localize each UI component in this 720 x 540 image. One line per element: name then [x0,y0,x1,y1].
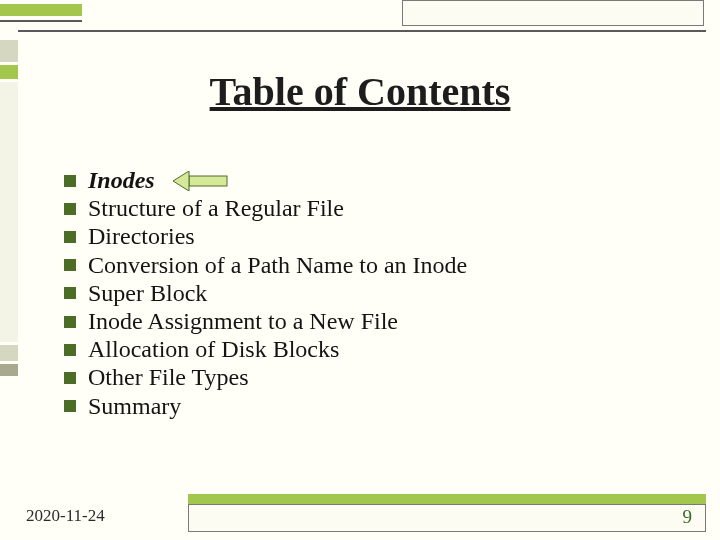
toc-item: Inode Assignment to a New File [64,309,680,334]
toc-item: Summary [64,394,680,419]
decor-footer-green [188,494,706,504]
bullet-icon [64,344,76,356]
toc-item: Super Block [64,281,680,306]
decor-horizontal-rule [18,30,706,32]
toc-item: Allocation of Disk Blocks [64,337,680,362]
decor-left-block [0,82,18,342]
svg-marker-1 [173,171,189,191]
toc-item: Other File Types [64,365,680,390]
bullet-icon [64,203,76,215]
decor-left-block [0,40,18,62]
slide-title: Table of Contents [0,68,720,115]
toc-item-label: Super Block [88,281,207,306]
bullet-icon [64,372,76,384]
decor-left-block [0,364,18,376]
toc-item: Structure of a Regular File [64,196,680,221]
bullet-icon [64,259,76,271]
slide-number: 9 [683,506,693,528]
svg-rect-0 [189,176,227,186]
bullet-icon [64,287,76,299]
toc-item-label: Directories [88,224,195,249]
toc-list: Inodes Structure of a Regular File Direc… [64,165,680,422]
toc-item-label: Other File Types [88,365,249,390]
decor-top-right-box [402,0,704,26]
toc-item-label: Inode Assignment to a New File [88,309,398,334]
toc-item: Conversion of a Path Name to an Inode [64,253,680,278]
toc-item-label: Allocation of Disk Blocks [88,337,339,362]
toc-item-label: Structure of a Regular File [88,196,344,221]
decor-top-left-bar [0,4,82,16]
slide-date: 2020-11-24 [26,506,105,526]
toc-item-label: Inodes [88,168,155,193]
slide: Table of Contents Inodes Structure of a … [0,0,720,540]
bullet-icon [64,175,76,187]
bullet-icon [64,400,76,412]
bullet-icon [64,316,76,328]
decor-footer-box [188,504,706,532]
toc-item-label: Conversion of a Path Name to an Inode [88,253,467,278]
decor-left-block [0,345,18,361]
bullet-icon [64,231,76,243]
toc-item: Inodes [64,168,680,193]
current-indicator-arrow-icon [173,171,229,191]
toc-item: Directories [64,224,680,249]
decor-top-left-thin [0,20,82,22]
toc-item-label: Summary [88,394,181,419]
